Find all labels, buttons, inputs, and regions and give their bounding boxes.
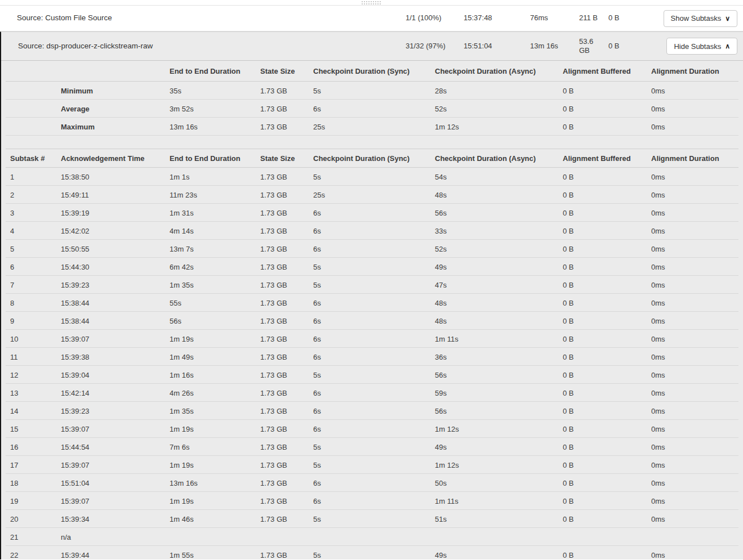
alignment-buffered-cell: 0 B — [563, 497, 651, 505]
state-size-cell: 1.73 GB — [260, 461, 313, 469]
e2e-duration-cell: 3m 52s — [170, 105, 260, 113]
source-name: Source: dsp-producer-z-clickstream-raw — [10, 42, 398, 51]
alignment-duration-cell: 0ms — [651, 227, 743, 235]
subtask-row: 21n/a — [1, 528, 743, 546]
subtask-header-row: Subtask # Acknowledgement Time End to En… — [1, 149, 743, 168]
source-name: Source: Custom File Source — [9, 14, 398, 23]
header-checkpoint-duration-sync: Checkpoint Duration (Sync) — [313, 154, 435, 163]
sync-duration-cell: 6s — [313, 425, 435, 433]
drag-handle-icon[interactable] — [362, 1, 382, 5]
hide-subtasks-label: Hide Subtasks — [674, 42, 721, 51]
e2e-duration-cell: 4m 14s — [170, 227, 260, 235]
subtask-row: 515:50:5513m 7s1.73 GB6s52s0 B0ms — [1, 240, 743, 258]
ack-time-cell: n/a — [61, 533, 170, 541]
subtask-row: 1715:39:071m 19s1.73 GB5s1m 12s0 B0ms — [1, 456, 743, 474]
header-state-size: State Size — [260, 154, 313, 163]
alignment-duration-cell: 0ms — [651, 245, 743, 253]
e2e-duration-cell: 4m 26s — [170, 389, 260, 397]
e2e-duration-cell: 56s — [170, 317, 260, 325]
state-size-cell: 1.73 GB — [260, 551, 313, 559]
show-subtasks-label: Show Subtasks — [671, 14, 722, 23]
ack-time-cell: 15:39:04 — [61, 371, 170, 379]
sync-duration-cell: 5s — [313, 371, 435, 379]
alignment-buffered-cell: 0 B — [563, 281, 651, 289]
state-size-cell: 1.73 GB — [260, 299, 313, 307]
sync-duration-cell: 6s — [313, 497, 435, 505]
hide-subtasks-button[interactable]: Hide Subtasks ∧ — [666, 38, 737, 55]
alignment-duration-cell: 0ms — [651, 209, 743, 217]
subtask-number-cell: 3 — [10, 209, 61, 217]
subtask-number-cell: 18 — [10, 479, 61, 487]
summary-header-row: End to End Duration State Size Checkpoin… — [1, 61, 743, 82]
subtask-number-cell: 20 — [10, 515, 61, 523]
alignment-duration-cell: 0ms — [651, 335, 743, 343]
alignment-buffered-cell: 0 B — [563, 87, 651, 95]
alignment-buffered-cell: 0 B — [563, 353, 651, 361]
subtask-row: 1315:42:144m 26s1.73 GB6s59s0 B0ms — [1, 384, 743, 402]
e2e-duration-cell: 1m 19s — [170, 461, 260, 469]
alignment-buffered-cell: 0 B — [563, 123, 651, 131]
alignment-buffered-cell: 0 B — [563, 105, 651, 113]
async-duration-cell: 1m 12s — [435, 461, 563, 469]
source-row-dsp-producer: Source: dsp-producer-z-clickstream-raw 3… — [1, 32, 743, 60]
e2e-duration-cell: 11m 23s — [170, 191, 260, 199]
header-end-to-end-duration: End to End Duration — [170, 67, 260, 75]
sync-duration-cell: 5s — [313, 281, 435, 289]
alignment-buffered-cell: 0 B — [563, 209, 651, 217]
acknowledged-stat: 31/32 (97%) — [398, 42, 456, 51]
ack-time-cell: 15:39:07 — [61, 461, 170, 469]
ack-time-cell: 15:38:44 — [61, 317, 170, 325]
sync-duration-cell: 6s — [313, 353, 435, 361]
alignment-buffered-cell: 0 B — [563, 245, 651, 253]
alignment-buffered-cell: 0 B — [563, 371, 651, 379]
subtask-number-cell: 17 — [10, 461, 61, 469]
sync-duration-cell: 6s — [313, 299, 435, 307]
sync-duration-cell: 6s — [313, 335, 435, 343]
subtask-row: 1115:39:381m 49s1.73 GB6s36s0 B0ms — [1, 348, 743, 366]
state-size-cell: 1.73 GB — [260, 173, 313, 181]
chevron-down-icon: ∨ — [725, 15, 730, 23]
subtask-row: 315:39:191m 31s1.73 GB6s56s0 B0ms — [1, 204, 743, 222]
async-duration-cell: 1m 12s — [435, 123, 563, 131]
acknowledged-stat: 1/1 (100%) — [398, 14, 456, 23]
alignment-buffered-cell: 0 B — [563, 425, 651, 433]
ack-time-cell: 15:39:44 — [61, 551, 170, 559]
state-size-cell: 1.73 GB — [260, 281, 313, 289]
subtask-number-cell: 11 — [10, 353, 61, 361]
ack-time-cell: 15:44:30 — [61, 263, 170, 271]
header-checkpoint-duration-sync: Checkpoint Duration (Sync) — [313, 67, 435, 75]
alignment-duration-cell: 0ms — [651, 281, 743, 289]
e2e-duration-cell: 1m 46s — [170, 515, 260, 523]
source-row-custom-file-source: Source: Custom File Source 1/1 (100%) 15… — [0, 6, 743, 32]
alignment-duration-cell: 0ms — [651, 479, 743, 487]
subtask-row: 215:49:1111m 23s1.73 GB25s48s0 B0ms — [1, 186, 743, 204]
sync-duration-cell: 6s — [313, 209, 435, 217]
async-duration-cell: 50s — [435, 479, 563, 487]
alignment-buffered-cell: 0 B — [563, 299, 651, 307]
async-duration-cell: 49s — [435, 443, 563, 451]
sync-duration-cell: 5s — [313, 461, 435, 469]
sync-duration-cell: 5s — [313, 263, 435, 271]
alignment-buffered-cell: 0 B — [563, 461, 651, 469]
sync-duration-cell: 5s — [313, 173, 435, 181]
async-duration-cell: 49s — [435, 263, 563, 271]
expanded-source-panel: Source: dsp-producer-z-clickstream-raw 3… — [0, 32, 743, 559]
alignment-duration-cell: 0ms — [651, 299, 743, 307]
show-subtasks-button[interactable]: Show Subtasks ∨ — [664, 10, 737, 27]
subtask-row: 1915:39:071m 19s1.73 GB6s1m 11s0 B0ms — [1, 492, 743, 510]
state-size-cell: 1.73 GB — [260, 317, 313, 325]
alignment-duration-cell: 0ms — [651, 263, 743, 271]
subtask-row: 115:38:501m 1s1.73 GB5s54s0 B0ms — [1, 168, 743, 186]
async-duration-cell: 59s — [435, 389, 563, 397]
ack-time-cell: 15:39:07 — [61, 335, 170, 343]
ack-time-cell: 15:42:02 — [61, 227, 170, 235]
subtask-number-cell: 21 — [10, 533, 61, 541]
async-duration-cell: 52s — [435, 245, 563, 253]
alignment-duration-cell: 0ms — [651, 497, 743, 505]
subtask-row: 615:44:306m 42s1.73 GB5s49s0 B0ms — [1, 258, 743, 276]
sync-duration-cell: 6s — [313, 245, 435, 253]
sync-duration-cell: 6s — [313, 479, 435, 487]
alignment-buffered-cell: 0 B — [563, 389, 651, 397]
alignment-buffered-cell: 0 B — [563, 263, 651, 271]
state-size-cell: 1.73 GB — [260, 209, 313, 217]
